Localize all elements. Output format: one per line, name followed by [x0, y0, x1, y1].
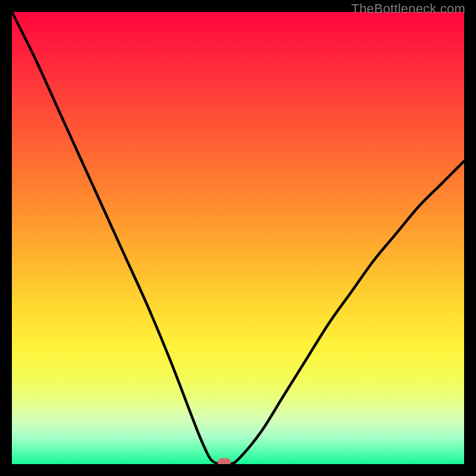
plot-area — [12, 12, 464, 464]
chart-frame: TheBottleneck.com — [0, 0, 476, 476]
watermark-text: TheBottleneck.com — [351, 1, 465, 17]
bottleneck-curve — [12, 12, 464, 464]
optimum-marker — [218, 458, 231, 464]
